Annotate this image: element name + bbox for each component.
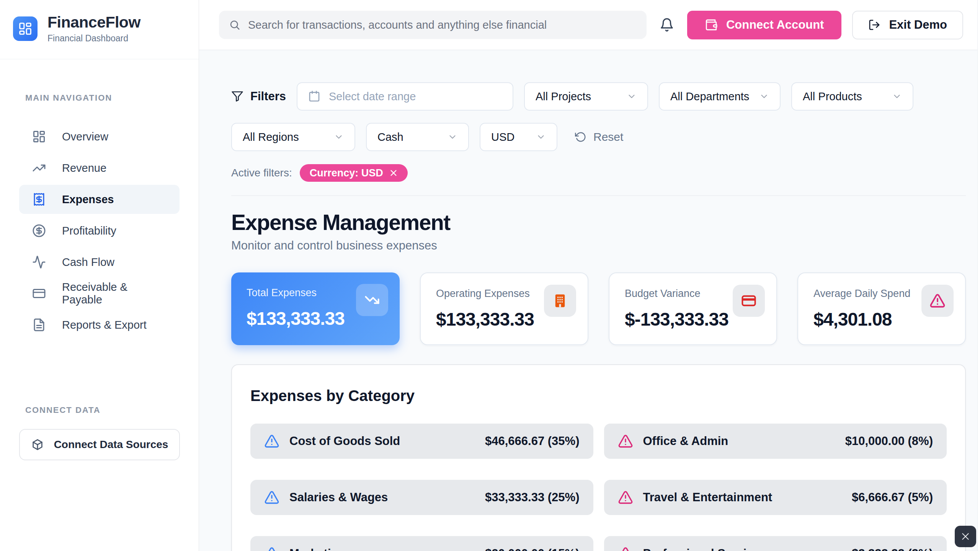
exit-demo-label: Exit Demo <box>889 18 947 32</box>
rotate-ccw-icon <box>575 131 586 143</box>
alert-triangle-icon <box>264 434 279 449</box>
trending-up-icon <box>32 161 46 175</box>
sidebar-item-label: Cash Flow <box>62 256 114 269</box>
sidebar-item-overview[interactable]: Overview <box>19 122 180 151</box>
close-button[interactable] <box>955 526 976 547</box>
active-filters-label: Active filters: <box>231 167 292 179</box>
exit-demo-button[interactable]: Exit Demo <box>852 11 963 39</box>
category-list: Cost of Goods Sold $46,666.67 (35%) Offi… <box>250 424 947 551</box>
connect-data-section-label: CONNECT DATA <box>0 405 199 415</box>
sidebar-item-label: Profitability <box>62 225 116 237</box>
chevron-down-icon <box>759 91 769 101</box>
sidebar-item-label: Receivable & Payable <box>62 281 167 306</box>
trending-down-icon <box>356 284 388 316</box>
search-input[interactable] <box>248 19 637 31</box>
page-subtitle: Monitor and control business expenses <box>231 239 966 253</box>
projects-select[interactable]: All Projects <box>524 82 648 111</box>
calendar-icon <box>308 90 320 103</box>
currency-select[interactable]: USD <box>480 123 557 151</box>
sidebar-item-cash-flow[interactable]: Cash Flow <box>19 248 180 277</box>
alert-triangle-icon <box>618 546 633 551</box>
payment-method-select[interactable]: Cash <box>366 123 469 151</box>
connect-account-label: Connect Account <box>726 18 824 32</box>
app-tagline: Financial Dashboard <box>47 33 140 44</box>
date-range-placeholder: Select date range <box>329 90 416 103</box>
close-icon <box>960 531 970 541</box>
notifications-button[interactable] <box>657 15 676 34</box>
reset-filters-button[interactable]: Reset <box>575 130 623 143</box>
chevron-down-icon <box>536 132 546 142</box>
app-brand: FinanceFlow Financial Dashboard <box>0 0 199 59</box>
file-text-icon <box>32 318 46 332</box>
active-filters-row: Active filters: Currency: USD <box>231 164 966 182</box>
page-title: Expense Management <box>231 210 966 235</box>
sidebar-item-label: Revenue <box>62 162 106 174</box>
bell-icon <box>660 18 674 32</box>
sidebar-item-revenue[interactable]: Revenue <box>19 153 180 183</box>
filters-title: Filters <box>231 90 286 103</box>
sidebar-item-label: Reports & Export <box>62 319 147 331</box>
date-range-input[interactable]: Select date range <box>297 82 513 111</box>
chevron-down-icon <box>448 132 457 142</box>
nav-section-label: MAIN NAVIGATION <box>0 93 199 103</box>
app-title: FinanceFlow <box>47 14 140 31</box>
category-row: Professional Services $3,333.33 (3%) <box>604 536 947 551</box>
alert-triangle-icon <box>618 434 633 449</box>
active-filter-chip[interactable]: Currency: USD <box>300 164 408 182</box>
activity-icon <box>32 255 46 269</box>
funnel-icon <box>231 90 243 103</box>
main-navigation: Overview Revenue Expenses Profitability … <box>0 122 199 339</box>
credit-card-icon <box>32 287 46 300</box>
scrollbar-track[interactable] <box>977 0 980 551</box>
app-logo-icon <box>13 16 38 41</box>
stat-card-average-daily-spend: Average Daily Spend $4,301.08 <box>797 272 966 345</box>
sidebar-item-profitability[interactable]: Profitability <box>19 216 180 245</box>
category-row: Cost of Goods Sold $46,666.67 (35%) <box>250 424 593 459</box>
connect-data-sources-label: Connect Data Sources <box>54 439 168 451</box>
chevron-down-icon <box>334 132 344 142</box>
sidebar: FinanceFlow Financial Dashboard MAIN NAV… <box>0 0 199 551</box>
stat-card-operating-expenses: Operating Expenses $133,333.33 <box>420 272 588 345</box>
regions-select[interactable]: All Regions <box>231 123 355 151</box>
sidebar-item-reports-export[interactable]: Reports & Export <box>19 310 180 339</box>
alert-triangle-icon <box>618 490 633 505</box>
sidebar-item-label: Expenses <box>62 193 114 206</box>
expenses-by-category-panel: Expenses by Category Cost of Goods Sold … <box>231 364 966 551</box>
top-header: Connect Account Exit Demo <box>199 0 980 50</box>
stat-card-budget-variance: Budget Variance $-133,333.33 <box>609 272 777 345</box>
section-divider <box>231 196 966 196</box>
sidebar-item-receivable-payable[interactable]: Receivable & Payable <box>19 279 180 308</box>
connect-data-sources-button[interactable]: Connect Data Sources <box>19 429 180 460</box>
credit-card-icon <box>733 285 765 317</box>
connect-account-button[interactable]: Connect Account <box>687 11 841 39</box>
stat-card-total-expenses: Total Expenses $133,333.33 <box>231 272 400 345</box>
page-content: Filters Select date range All Projects A… <box>199 50 980 551</box>
package-icon <box>31 438 44 451</box>
category-row: Office & Admin $10,000.00 (8%) <box>604 424 947 459</box>
building-icon <box>544 285 576 317</box>
search-bar <box>219 11 647 39</box>
receipt-icon <box>32 192 46 206</box>
circle-dollar-icon <box>32 224 46 238</box>
wallet-icon <box>705 18 718 31</box>
category-row: Salaries & Wages $33,333.33 (25%) <box>250 480 593 515</box>
layout-dashboard-icon <box>32 130 46 143</box>
alert-triangle-icon <box>264 490 279 505</box>
search-icon <box>229 19 240 31</box>
sidebar-item-label: Overview <box>62 130 108 143</box>
filters-bar: Filters Select date range All Projects A… <box>231 82 966 182</box>
alert-triangle-icon <box>921 285 954 317</box>
chevron-down-icon <box>627 91 637 101</box>
close-icon[interactable] <box>389 169 398 177</box>
departments-select[interactable]: All Departments <box>659 82 781 111</box>
sidebar-item-expenses[interactable]: Expenses <box>19 185 180 214</box>
alert-triangle-icon <box>264 546 279 551</box>
stat-cards: Total Expenses $133,333.33 Operating Exp… <box>231 272 966 345</box>
category-row: Travel & Entertainment $6,666.67 (5%) <box>604 480 947 515</box>
category-row: Marketing $20,000.00 (15%) <box>250 536 593 551</box>
panel-title: Expenses by Category <box>250 387 947 404</box>
log-out-icon <box>868 19 880 31</box>
products-select[interactable]: All Products <box>791 82 913 111</box>
main-area: Connect Account Exit Demo Filters Select… <box>199 0 980 551</box>
chevron-down-icon <box>892 91 902 101</box>
